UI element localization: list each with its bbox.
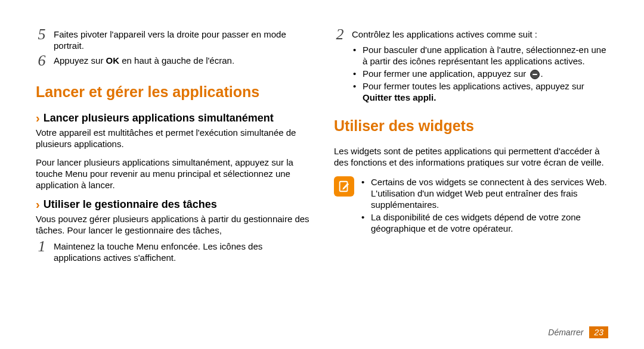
step-text: Appuyez sur OK en haut à gauche de l'écr… [54, 55, 234, 67]
subheading-launch-multiple: › Lancer plusieurs applications simultan… [36, 111, 310, 124]
text-fragment: Pour fermer toutes les applications acti… [363, 81, 584, 91]
chevron-icon: › [36, 111, 40, 124]
bullet-text: Pour basculer d'une application à l'autr… [363, 44, 608, 67]
step-number: 5 [36, 29, 48, 51]
close-app-icon [530, 70, 540, 79]
step-6: 6 Appuyez sur OK en haut à gauche de l'é… [36, 55, 310, 67]
step-text: Faites pivoter l'appareil vers la droite… [54, 29, 310, 51]
paragraph: Votre appareil est multitâches et permet… [36, 127, 310, 149]
bullet-dot: • [353, 80, 358, 103]
step-1: 1 Maintenez la touche Menu enfoncée. Les… [36, 241, 310, 263]
bullet-item: • Pour fermer une application, appuyez s… [353, 68, 608, 79]
heading-use-widgets: Utiliser des widgets [334, 117, 608, 135]
bullet-dot: • [361, 176, 366, 210]
subheading-text: Utiliser le gestionnaire des tâches [44, 198, 217, 211]
bullet-text: Pour fermer une application, appuyez sur… [363, 68, 543, 79]
page-footer: Démarrer 23 [548, 326, 608, 338]
step-5: 5 Faites pivoter l'appareil vers la droi… [36, 29, 310, 51]
bold-quit-all: Quitter ttes appli. [363, 92, 436, 102]
chevron-icon: › [36, 198, 40, 211]
subheading-text: Lancer plusieurs applications simultaném… [44, 111, 274, 124]
bullet-dot: • [353, 44, 358, 67]
bullet-dot: • [361, 211, 366, 234]
bullet-item: • Pour fermer toutes les applications ac… [353, 80, 608, 103]
step-2: 2 Contrôlez les applications actives com… [334, 29, 608, 40]
step-number: 6 [36, 55, 48, 67]
bullet-dot: • [353, 68, 358, 79]
paragraph: Pour lancer plusieurs applications simul… [36, 157, 310, 191]
note-bullet: • Certains de vos widgets se connectent … [361, 176, 608, 210]
paragraph: Les widgets sont de petites applications… [334, 145, 608, 168]
bold-ok: OK [106, 55, 120, 66]
text-fragment: Appuyez sur [54, 55, 106, 66]
heading-launch-manage-apps: Lancer et gérer les applications [36, 83, 310, 101]
note-block: • Certains de vos widgets se connectent … [334, 176, 608, 235]
footer-page-number: 23 [589, 326, 608, 338]
text-fragment: . [541, 68, 543, 79]
note-text: La disponibilité de ces widgets dépend d… [371, 211, 608, 234]
subheading-task-manager: › Utiliser le gestionnaire des tâches [36, 198, 310, 211]
left-column: 5 Faites pivoter l'appareil vers la droi… [36, 29, 310, 267]
step-text: Maintenez la touche Menu enfoncée. Les i… [54, 241, 310, 263]
bullet-text: Pour fermer toutes les applications acti… [363, 80, 608, 103]
note-text: Certains de vos widgets se connectent à … [371, 176, 608, 210]
right-column: 2 Contrôlez les applications actives com… [334, 29, 608, 267]
bullet-item: • Pour basculer d'une application à l'au… [353, 44, 608, 67]
text-fragment: Pour fermer une application, appuyez sur [363, 68, 529, 79]
note-bullet: • La disponibilité de ces widgets dépend… [361, 211, 608, 234]
step-text: Contrôlez les applications actives comme… [352, 29, 537, 40]
step-number: 2 [334, 29, 346, 40]
text-fragment: en haut à gauche de l'écran. [119, 55, 234, 66]
step-number: 1 [36, 241, 48, 263]
note-icon [334, 176, 354, 197]
paragraph: Vous pouvez gérer plusieurs applications… [36, 213, 310, 236]
footer-section-name: Démarrer [548, 328, 583, 337]
